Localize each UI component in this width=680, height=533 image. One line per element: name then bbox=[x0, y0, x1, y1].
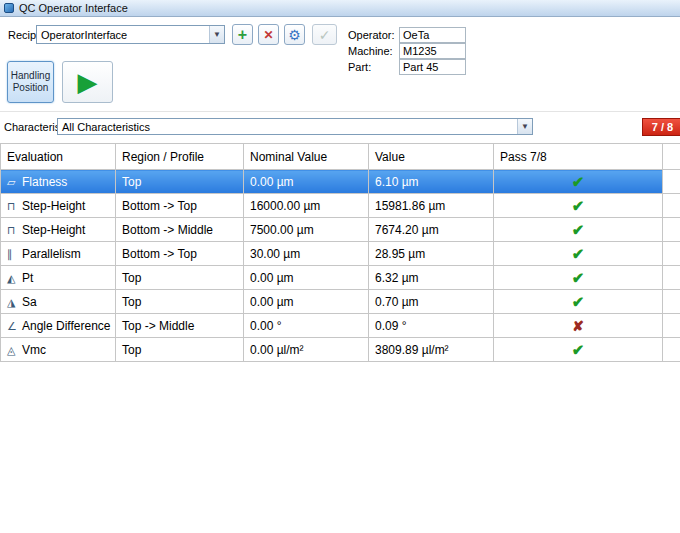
column-header-nominal[interactable]: Nominal Value bbox=[244, 144, 369, 170]
table-row[interactable]: ∥Parallelism Bottom -> Top 30.00 µm 28.9… bbox=[1, 242, 680, 266]
evaluation-type-icon: ▱ bbox=[7, 176, 22, 189]
chevron-down-icon[interactable]: ▼ bbox=[209, 26, 224, 43]
row-edge-cell bbox=[663, 218, 680, 242]
machine-label: Machine: bbox=[348, 45, 393, 57]
region-cell: Top bbox=[116, 338, 244, 362]
evaluation-type-icon: ⊓ bbox=[7, 200, 22, 213]
play-button[interactable]: ▶ bbox=[62, 61, 113, 103]
recipe-dropdown-value: OperatorInterface bbox=[37, 26, 209, 43]
app-icon bbox=[4, 3, 14, 13]
value-cell: 7674.20 µm bbox=[369, 218, 494, 242]
evaluation-type-icon: ◮ bbox=[7, 296, 22, 309]
pass-indicator-icon: ✘ bbox=[572, 318, 584, 334]
title-bar[interactable]: QC Operator Interface bbox=[0, 0, 680, 17]
app-window: QC Operator Interface Recipe: OperatorIn… bbox=[0, 0, 680, 533]
evaluation-label: Angle Difference bbox=[22, 319, 111, 333]
row-edge-cell bbox=[663, 194, 680, 218]
table-row[interactable]: ∠Angle Difference Top -> Middle 0.00 ° 0… bbox=[1, 314, 680, 338]
evaluation-type-icon: ∠ bbox=[7, 320, 22, 333]
pass-ratio-badge: 7 / 8 bbox=[642, 118, 680, 136]
recipe-dropdown[interactable]: OperatorInterface ▼ bbox=[36, 25, 225, 44]
evaluation-label: Step-Height bbox=[22, 223, 85, 237]
check-icon: ✓ bbox=[319, 28, 331, 42]
part-label: Part: bbox=[348, 61, 371, 73]
nominal-value-cell: 30.00 µm bbox=[244, 242, 369, 266]
table-header-row: Evaluation Region / Profile Nominal Valu… bbox=[1, 144, 680, 170]
evaluation-label: Flatness bbox=[22, 175, 67, 189]
table-row[interactable]: ▱Flatness Top 0.00 µm 6.10 µm ✔ bbox=[1, 170, 680, 194]
table-row[interactable]: ◬Vmc Top 0.00 µl/m² 3809.89 µl/m² ✔ bbox=[1, 338, 680, 362]
characteristic-dropdown[interactable]: All Characteristics ▼ bbox=[57, 118, 533, 135]
region-cell: Top bbox=[116, 170, 244, 194]
operator-field[interactable] bbox=[399, 27, 466, 43]
plus-icon: + bbox=[238, 27, 247, 43]
region-cell: Bottom -> Middle bbox=[116, 218, 244, 242]
column-header-evaluation[interactable]: Evaluation bbox=[1, 144, 116, 170]
evaluation-label: Step-Height bbox=[22, 199, 85, 213]
value-cell: 3809.89 µl/m² bbox=[369, 338, 494, 362]
pass-indicator-icon: ✔ bbox=[572, 245, 585, 262]
table-row[interactable]: ⊓Step-Height Bottom -> Middle 7500.00 µm… bbox=[1, 218, 680, 242]
pass-indicator-icon: ✔ bbox=[572, 341, 585, 358]
pass-indicator-icon: ✔ bbox=[572, 221, 585, 238]
region-cell: Bottom -> Top bbox=[116, 194, 244, 218]
pass-indicator-icon: ✔ bbox=[572, 293, 585, 310]
nominal-value-cell: 0.00 µm bbox=[244, 266, 369, 290]
evaluation-type-icon: ⊓ bbox=[7, 224, 22, 237]
window-title: QC Operator Interface bbox=[19, 2, 128, 14]
evaluation-type-icon: ◬ bbox=[7, 344, 22, 357]
evaluation-label: Parallelism bbox=[22, 247, 81, 261]
region-cell: Top bbox=[116, 290, 244, 314]
nominal-value-cell: 0.00 µm bbox=[244, 290, 369, 314]
characteristic-dropdown-value: All Characteristics bbox=[58, 119, 517, 134]
evaluation-label: Vmc bbox=[22, 343, 46, 357]
column-header-region[interactable]: Region / Profile bbox=[116, 144, 244, 170]
table-row[interactable]: ◮Sa Top 0.00 µm 0.70 µm ✔ bbox=[1, 290, 680, 314]
pass-indicator-icon: ✔ bbox=[572, 173, 585, 190]
row-edge-cell bbox=[663, 242, 680, 266]
operator-label: Operator: bbox=[348, 29, 394, 41]
region-cell: Top bbox=[116, 266, 244, 290]
gear-icon: ⚙ bbox=[288, 28, 301, 42]
chevron-down-icon[interactable]: ▼ bbox=[517, 119, 532, 134]
evaluation-label: Sa bbox=[22, 295, 37, 309]
row-edge-cell bbox=[663, 170, 680, 194]
row-edge-cell bbox=[663, 290, 680, 314]
nominal-value-cell: 0.00 µl/m² bbox=[244, 338, 369, 362]
close-icon: ✕ bbox=[263, 29, 273, 41]
column-header-pass[interactable]: Pass 7/8 bbox=[494, 144, 663, 170]
header-edge-cell bbox=[663, 144, 680, 170]
value-cell: 0.09 ° bbox=[369, 314, 494, 338]
delete-button[interactable]: ✕ bbox=[258, 24, 279, 45]
row-edge-cell bbox=[663, 314, 680, 338]
pass-indicator-icon: ✔ bbox=[572, 269, 585, 286]
table-row[interactable]: ⊓Step-Height Bottom -> Top 16000.00 µm 1… bbox=[1, 194, 680, 218]
separator bbox=[0, 111, 680, 112]
value-cell: 6.32 µm bbox=[369, 266, 494, 290]
nominal-value-cell: 7500.00 µm bbox=[244, 218, 369, 242]
column-header-value[interactable]: Value bbox=[369, 144, 494, 170]
value-cell: 28.95 µm bbox=[369, 242, 494, 266]
evaluation-label: Pt bbox=[22, 271, 33, 285]
value-cell: 6.10 µm bbox=[369, 170, 494, 194]
handling-position-button[interactable]: Handling Position bbox=[7, 61, 54, 103]
play-icon: ▶ bbox=[78, 69, 98, 95]
nominal-value-cell: 0.00 ° bbox=[244, 314, 369, 338]
nominal-value-cell: 0.00 µm bbox=[244, 170, 369, 194]
add-button[interactable]: + bbox=[232, 24, 253, 45]
confirm-button[interactable]: ✓ bbox=[312, 24, 337, 45]
table-row[interactable]: ◭Pt Top 0.00 µm 6.32 µm ✔ bbox=[1, 266, 680, 290]
row-edge-cell bbox=[663, 266, 680, 290]
results-table-body: ▱Flatness Top 0.00 µm 6.10 µm ✔ ⊓Step-He… bbox=[1, 170, 680, 362]
nominal-value-cell: 16000.00 µm bbox=[244, 194, 369, 218]
results-table: Evaluation Region / Profile Nominal Valu… bbox=[0, 143, 680, 362]
settings-button[interactable]: ⚙ bbox=[284, 24, 305, 45]
evaluation-type-icon: ◭ bbox=[7, 272, 22, 285]
region-cell: Bottom -> Top bbox=[116, 242, 244, 266]
region-cell: Top -> Middle bbox=[116, 314, 244, 338]
evaluation-type-icon: ∥ bbox=[7, 248, 22, 261]
pass-indicator-icon: ✔ bbox=[572, 197, 585, 214]
row-edge-cell bbox=[663, 338, 680, 362]
part-field[interactable] bbox=[399, 59, 466, 75]
machine-field[interactable] bbox=[399, 43, 466, 59]
